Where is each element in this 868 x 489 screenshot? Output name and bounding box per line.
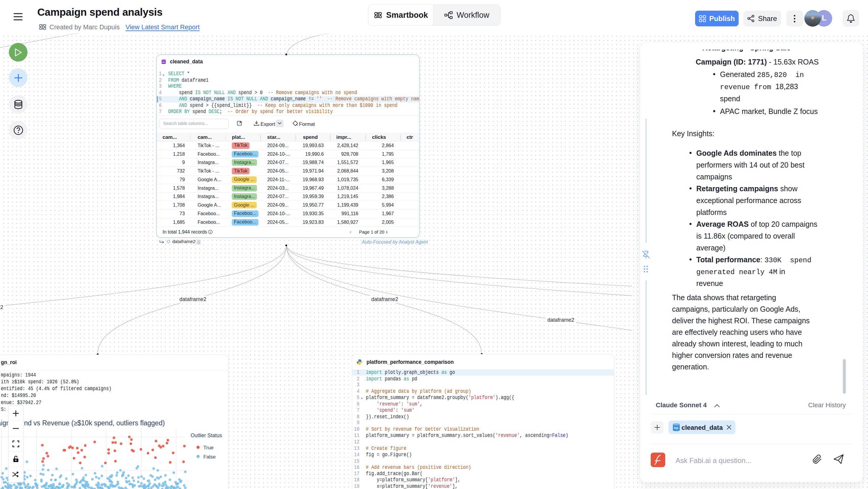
svg-text:Outlier Status: Outlier Status [191,432,222,438]
svg-text:False: False [204,454,216,460]
svg-text:True: True [204,445,213,451]
svg-text:SQL: SQL [674,427,679,429]
svg-text:SQL: SQL [162,62,165,63]
